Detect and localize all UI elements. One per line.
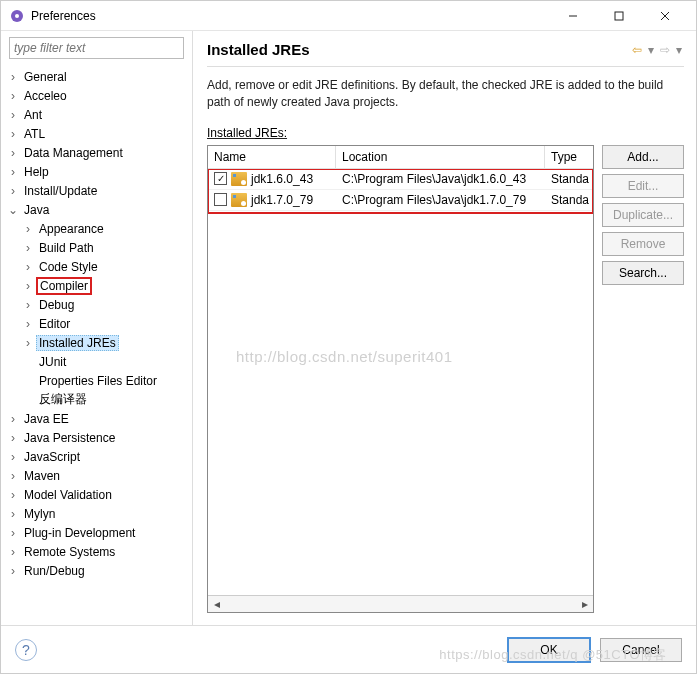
header-separator [207, 66, 684, 67]
tree-item-run-debug[interactable]: ›Run/Debug [5, 561, 192, 580]
svg-rect-3 [615, 12, 623, 20]
jre-icon [231, 172, 247, 186]
chevron-right-icon: › [5, 449, 21, 465]
page-toolbar: ⇦ ▾ ⇨ ▾ [630, 43, 684, 57]
chevron-right-icon: › [20, 240, 36, 256]
chevron-right-icon: › [5, 164, 21, 180]
chevron-right-icon: › [5, 430, 21, 446]
filter-input[interactable] [9, 37, 184, 59]
filter-container [9, 37, 184, 59]
main-panel: Installed JREs ⇦ ▾ ⇨ ▾ Add, remove or ed… [193, 31, 696, 625]
chevron-right-icon: › [5, 411, 21, 427]
chevron-right-icon: › [5, 487, 21, 503]
back-icon[interactable]: ⇦ [630, 43, 644, 57]
chevron-right-icon: › [5, 88, 21, 104]
remove-button[interactable]: Remove [602, 232, 684, 256]
tree-item-installed-jres[interactable]: ›Installed JREs [20, 333, 192, 352]
checkbox-icon[interactable] [214, 193, 227, 206]
close-button[interactable] [642, 1, 688, 31]
tree-item-properties-files[interactable]: Properties Files Editor [20, 371, 192, 390]
dialog-footer: ? OK Cancel [1, 625, 696, 673]
tree-item-java[interactable]: ⌄Java [5, 200, 192, 219]
tree-item-compiler[interactable]: ›Compiler [20, 276, 192, 295]
button-column: Add... Edit... Duplicate... Remove Searc… [602, 145, 684, 613]
chevron-right-icon: › [20, 278, 36, 294]
duplicate-button[interactable]: Duplicate... [602, 203, 684, 227]
tree-item-decompiler[interactable]: 反编译器 [20, 390, 192, 409]
jre-table: Name Location Type jdk1.6.0_43 C:\Progra… [207, 145, 594, 613]
search-button[interactable]: Search... [602, 261, 684, 285]
table-body: jdk1.6.0_43 C:\Program Files\Java\jdk1.6… [208, 169, 593, 595]
tree-item-help[interactable]: ›Help [5, 162, 192, 181]
scroll-right-icon[interactable]: ▸ [576, 596, 593, 613]
back-menu-icon[interactable]: ▾ [646, 43, 656, 57]
chevron-down-icon: ⌄ [5, 202, 21, 218]
table-row[interactable]: jdk1.6.0_43 C:\Program Files\Java\jdk1.6… [208, 169, 593, 190]
table-header: Name Location Type [208, 146, 593, 169]
tree-item-data-management[interactable]: ›Data Management [5, 143, 192, 162]
forward-icon[interactable]: ⇨ [658, 43, 672, 57]
tree-item-acceleo[interactable]: ›Acceleo [5, 86, 192, 105]
help-icon[interactable]: ? [15, 639, 37, 661]
tree-item-code-style[interactable]: ›Code Style [20, 257, 192, 276]
tree-item-install-update[interactable]: ›Install/Update [5, 181, 192, 200]
page-title: Installed JREs [207, 41, 630, 58]
column-name[interactable]: Name [208, 146, 336, 168]
horizontal-scrollbar[interactable]: ◂ ▸ [208, 595, 593, 612]
cancel-button[interactable]: Cancel [600, 638, 682, 662]
chevron-right-icon: › [5, 506, 21, 522]
jre-icon [231, 193, 247, 207]
chevron-right-icon: › [5, 183, 21, 199]
ok-button[interactable]: OK [508, 638, 590, 662]
tree-item-junit[interactable]: JUnit [20, 352, 192, 371]
tree-item-general[interactable]: ›General [5, 67, 192, 86]
preferences-tree[interactable]: ›General ›Acceleo ›Ant ›ATL ›Data Manage… [1, 65, 192, 625]
preferences-sidebar: ›General ›Acceleo ›Ant ›ATL ›Data Manage… [1, 31, 193, 625]
page-description: Add, remove or edit JRE definitions. By … [207, 77, 684, 112]
jre-list-label: Installed JREs: [207, 126, 684, 141]
tree-item-java-persistence[interactable]: ›Java Persistence [5, 428, 192, 447]
tree-item-maven[interactable]: ›Maven [5, 466, 192, 485]
titlebar: Preferences [1, 1, 696, 31]
forward-menu-icon[interactable]: ▾ [674, 43, 684, 57]
scroll-left-icon[interactable]: ◂ [208, 596, 225, 613]
chevron-right-icon: › [5, 544, 21, 560]
checkbox-icon[interactable] [214, 172, 227, 185]
chevron-right-icon: › [5, 69, 21, 85]
svg-point-1 [15, 14, 19, 18]
tree-item-plugin-dev[interactable]: ›Plug-in Development [5, 523, 192, 542]
tree-item-atl[interactable]: ›ATL [5, 124, 192, 143]
tree-item-ant[interactable]: ›Ant [5, 105, 192, 124]
chevron-right-icon: › [5, 126, 21, 142]
tree-item-javascript[interactable]: ›JavaScript [5, 447, 192, 466]
chevron-right-icon: › [20, 335, 36, 351]
edit-button[interactable]: Edit... [602, 174, 684, 198]
tree-item-appearance[interactable]: ›Appearance [20, 219, 192, 238]
tree-item-editor[interactable]: ›Editor [20, 314, 192, 333]
chevron-right-icon: › [5, 145, 21, 161]
chevron-right-icon: › [5, 468, 21, 484]
chevron-right-icon: › [20, 221, 36, 237]
chevron-right-icon: › [20, 259, 36, 275]
tree-item-debug[interactable]: ›Debug [20, 295, 192, 314]
minimize-button[interactable] [550, 1, 596, 31]
chevron-right-icon: › [5, 563, 21, 579]
window-title: Preferences [31, 9, 550, 23]
table-row[interactable]: jdk1.7.0_79 C:\Program Files\Java\jdk1.7… [208, 190, 593, 211]
chevron-right-icon: › [20, 316, 36, 332]
add-button[interactable]: Add... [602, 145, 684, 169]
tree-item-model-validation[interactable]: ›Model Validation [5, 485, 192, 504]
tree-item-build-path[interactable]: ›Build Path [20, 238, 192, 257]
tree-item-java-ee[interactable]: ›Java EE [5, 409, 192, 428]
maximize-button[interactable] [596, 1, 642, 31]
column-type[interactable]: Type [545, 146, 593, 168]
column-location[interactable]: Location [336, 146, 545, 168]
chevron-right-icon: › [5, 107, 21, 123]
tree-item-mylyn[interactable]: ›Mylyn [5, 504, 192, 523]
app-icon [9, 8, 25, 24]
chevron-right-icon: › [20, 297, 36, 313]
tree-item-remote-systems[interactable]: ›Remote Systems [5, 542, 192, 561]
chevron-right-icon: › [5, 525, 21, 541]
